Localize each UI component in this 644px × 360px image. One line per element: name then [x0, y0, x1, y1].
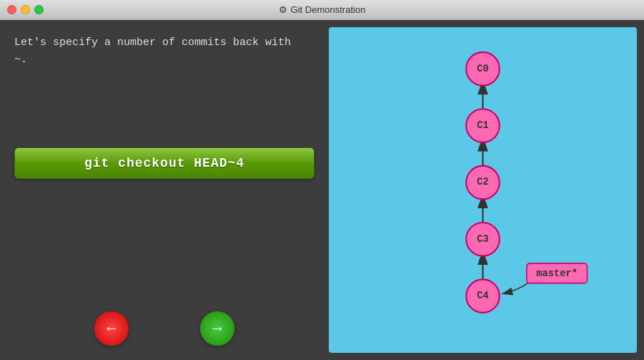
title-text: Git Demonstration — [291, 4, 366, 15]
left-panel: Let's specify a number of commits back w… — [0, 20, 329, 360]
commit-c1-label: C1 — [477, 120, 489, 131]
title-bar: ⚙ Git Demonstration — [0, 0, 644, 20]
commit-c0-label: C0 — [477, 64, 489, 74]
tilde-char: ~ — [14, 54, 21, 66]
close-button[interactable] — [7, 5, 16, 14]
commit-c3-label: C3 — [477, 234, 489, 245]
gear-icon: ⚙ — [279, 4, 287, 15]
description-text: Let's specify a number of commits back w… — [14, 34, 314, 69]
description-line1: Let's specify a number of commits back w… — [14, 37, 291, 49]
forward-arrow-icon: → — [209, 319, 225, 338]
commit-c4-label: C4 — [477, 291, 489, 301]
forward-button[interactable]: → — [200, 311, 234, 346]
window-controls[interactable] — [7, 5, 44, 14]
back-arrow-icon: ← — [104, 319, 119, 338]
period-char: . — [21, 54, 27, 66]
minimize-button[interactable] — [21, 5, 30, 14]
git-checkout-button[interactable]: git checkout HEAD~4 — [14, 147, 314, 179]
git-graph-svg: C0 C1 C2 C3 C4 master* — [329, 27, 637, 353]
maximize-button[interactable] — [34, 5, 44, 14]
navigation-buttons: ← → — [0, 311, 329, 346]
back-button[interactable]: ← — [94, 311, 129, 346]
window-title: ⚙ Git Demonstration — [279, 4, 366, 15]
commit-c2-label: C2 — [477, 177, 489, 188]
master-label: master* — [536, 268, 578, 279]
main-content: Let's specify a number of commits back w… — [0, 20, 644, 360]
git-visualization-panel: C0 C1 C2 C3 C4 master* — [329, 27, 637, 353]
